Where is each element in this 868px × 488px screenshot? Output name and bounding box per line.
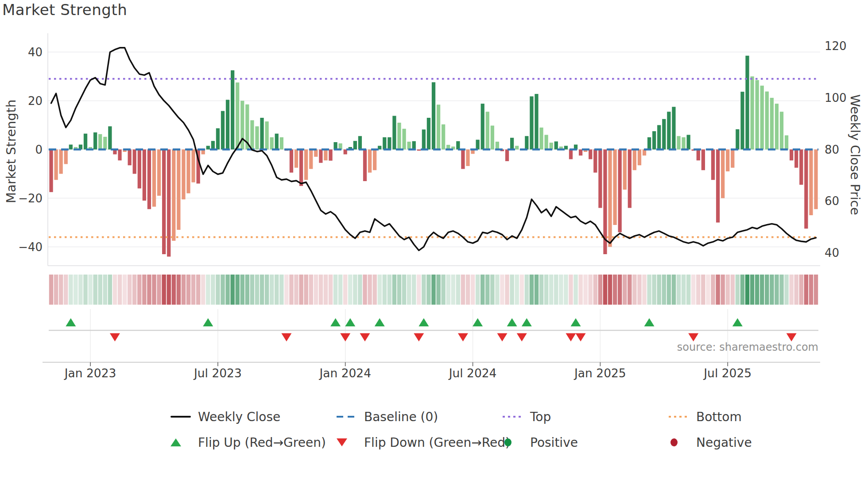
negative-dot-icon	[669, 438, 689, 446]
legend-item-bottom: Bottom	[669, 407, 835, 427]
strength-bar	[809, 150, 813, 216]
strength-bar	[407, 142, 411, 150]
strength-bar	[633, 150, 636, 170]
strength-bar	[108, 126, 112, 149]
strength-bar	[304, 150, 308, 180]
heatmap-cell	[745, 275, 749, 305]
strength-bar	[172, 150, 175, 241]
strength-bar	[672, 107, 675, 149]
heatmap-cell	[779, 275, 783, 305]
heatmap-cell	[221, 275, 225, 305]
heatmap-cell	[657, 275, 661, 305]
strength-bar	[373, 150, 376, 170]
heatmap-cell	[103, 275, 107, 305]
left-tick-label: 20	[28, 94, 43, 108]
heatmap-cell	[495, 275, 499, 305]
strength-bar	[731, 150, 734, 168]
strength-bar	[750, 77, 754, 150]
strength-bar	[525, 136, 528, 149]
heatmap-cell	[358, 275, 362, 305]
heatmap-cell	[770, 275, 774, 305]
strength-bar	[770, 98, 774, 150]
left-tick-label: 0	[35, 143, 43, 156]
strength-bar	[299, 150, 303, 186]
strength-bar	[422, 129, 426, 149]
heatmap-cell	[329, 275, 333, 305]
heatmap-cell	[755, 275, 759, 305]
strength-bar	[280, 137, 283, 150]
strength-bar	[231, 70, 234, 150]
heatmap-cell	[245, 275, 249, 305]
heatmap-cell	[598, 275, 602, 305]
heatmap-cell	[691, 275, 695, 305]
strength-bar	[667, 112, 670, 149]
strength-bar	[535, 94, 538, 149]
heatmap-cell	[157, 275, 161, 305]
heatmap-cell	[113, 275, 117, 305]
heatmap-cell	[672, 275, 676, 305]
strength-bar	[755, 80, 759, 150]
heatmap-cell	[279, 275, 283, 305]
heatmap-cell	[515, 275, 519, 305]
heatmap-cell	[142, 275, 146, 305]
heatmap-cell	[309, 275, 313, 305]
heatmap-cell	[402, 275, 406, 305]
flip-down-marker	[787, 333, 797, 342]
strength-bar	[647, 137, 651, 150]
heatmap-cell	[368, 275, 372, 305]
heatmap-cell	[392, 275, 396, 305]
heatmap-cell	[628, 275, 632, 305]
heatmap-cell	[377, 275, 381, 305]
heatmap-cell	[535, 275, 539, 305]
heatmap-cell	[603, 275, 607, 305]
strength-bar	[814, 150, 818, 209]
heatmap-cell	[765, 275, 769, 305]
strength-bar	[250, 120, 254, 150]
legend-label: Flip Up (Red→Green)	[198, 435, 326, 450]
heatmap-cell	[662, 275, 666, 305]
heatmap-cell	[123, 275, 127, 305]
legend-item-negative: Negative	[669, 432, 835, 453]
flip-markers-group	[49, 318, 818, 342]
strength-bar	[593, 150, 597, 173]
strength-bar	[294, 150, 298, 168]
heatmap-cell	[397, 275, 401, 305]
heatmap-cell	[201, 275, 205, 305]
heatmap-cell	[83, 275, 87, 305]
heatmap-cell	[338, 275, 342, 305]
heatmap-cell	[54, 275, 58, 305]
strength-bar	[186, 150, 190, 194]
legend-item-weekly-close: Weekly Close	[170, 407, 337, 427]
heatmap-cell	[436, 275, 440, 305]
heatmap-cell	[412, 275, 416, 305]
strength-bar	[93, 132, 97, 150]
heatmap-cell	[500, 275, 504, 305]
flip-up-marker	[473, 318, 483, 327]
heatmap-cell	[235, 275, 239, 305]
strength-bar	[319, 150, 322, 163]
heatmap-cell	[525, 275, 529, 305]
strength-bar	[711, 150, 715, 180]
heatmap-cell	[260, 275, 264, 305]
flip-up-marker	[330, 318, 341, 327]
strength-bar	[745, 56, 749, 150]
strength-bar	[589, 150, 592, 159]
strength-bar	[363, 150, 367, 182]
strength-bar	[780, 112, 783, 149]
heatmap-cell	[304, 275, 308, 305]
strength-bar	[785, 136, 788, 150]
heatmap-cell	[255, 275, 259, 305]
strength-bar	[182, 150, 185, 200]
strength-bar	[402, 129, 406, 150]
heatmap-cell	[593, 275, 597, 305]
heatmap-cell	[711, 275, 715, 305]
heatmap-cell	[74, 275, 78, 305]
heatmap-cell	[299, 275, 303, 305]
flip-down-marker	[414, 333, 424, 342]
heatmap-cell	[520, 275, 524, 305]
flip-up-marker	[732, 318, 743, 327]
strength-bar	[638, 150, 641, 166]
heatmap-cell	[701, 275, 705, 305]
weekly-close-line-icon	[170, 416, 191, 418]
heatmap-cell	[667, 275, 671, 305]
